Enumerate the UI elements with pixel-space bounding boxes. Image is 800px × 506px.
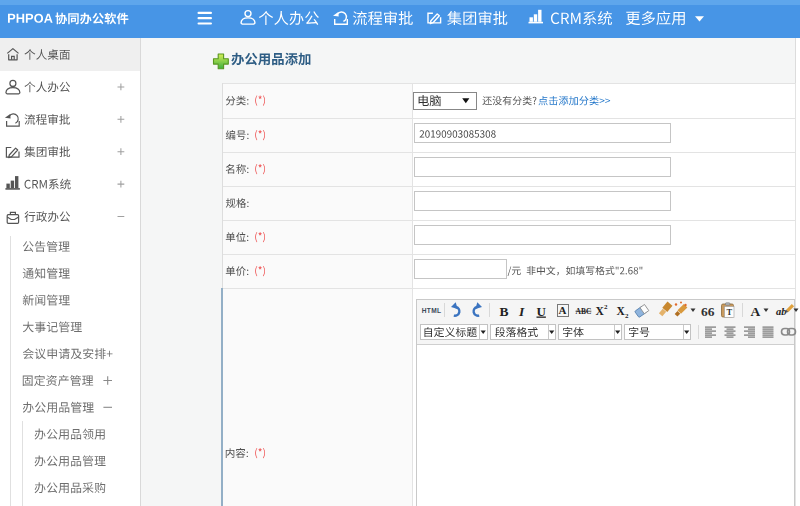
svg-text:2: 2 — [625, 312, 629, 320]
svg-text:I: I — [518, 304, 525, 319]
svg-text:A: A — [751, 304, 761, 319]
svg-text:HTML: HTML — [422, 307, 442, 314]
svg-text:T: T — [727, 307, 733, 317]
svg-text:ab: ab — [776, 306, 787, 317]
svg-text:B: B — [500, 304, 509, 319]
svg-text:A: A — [559, 304, 567, 316]
svg-text:ABC: ABC — [576, 307, 592, 316]
svg-text:2: 2 — [604, 303, 608, 311]
svg-text:U: U — [537, 304, 547, 319]
svg-text:66: 66 — [701, 304, 715, 319]
